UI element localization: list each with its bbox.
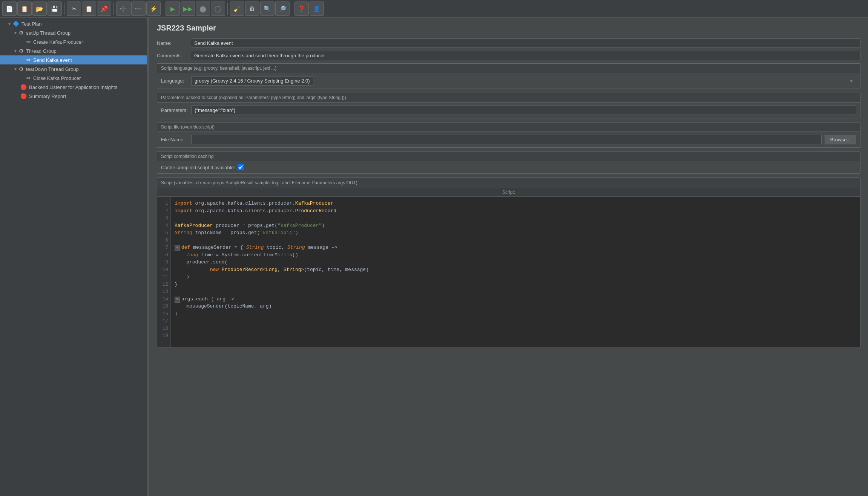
code-line-17 [175, 317, 856, 325]
script-file-header: Script file (overrides script) [157, 122, 860, 132]
separator-4 [227, 3, 228, 15]
sidebar-item-label: Send Kafka event [33, 57, 72, 63]
code-line-6 [175, 237, 856, 244]
code-line-14: ▼args.each { arg -> [175, 295, 856, 303]
code-line-4: KafkaProducer producer = props.get("kafk… [175, 222, 856, 230]
arrow-icon: ▼ [14, 67, 17, 71]
shutdown-button[interactable]: ◯ [211, 2, 225, 16]
search-results-button[interactable]: 🔎 [275, 2, 290, 16]
code-area: 1 2 3 4 5 6 7 8 9 10 11 12 13 14 15 16 1 [157, 197, 860, 348]
file-name-input[interactable] [191, 135, 822, 144]
line-num: 3 [159, 214, 168, 222]
code-content[interactable]: import org.apache.kafka.clients.producer… [171, 197, 860, 348]
code-line-7: ▼def messageSender = { String topic, Str… [175, 244, 856, 251]
sidebar-item-label: Create Kafka Producer [33, 39, 83, 45]
separator-5 [292, 3, 292, 15]
code-line-19 [175, 332, 856, 340]
setup-icon: ⚙ [19, 30, 24, 36]
name-input[interactable] [191, 38, 860, 48]
sidebar-item-test-plan[interactable]: ▼ 🔷 Test Plan [0, 19, 147, 28]
save-button[interactable]: 💾 [48, 2, 62, 16]
search-button[interactable]: 🔍 [260, 2, 275, 16]
teardown-icon: ⚙ [19, 66, 24, 72]
sampler-icon: ✏ [26, 57, 31, 63]
language-row: Language: groovy (Groovy 2.4.16 / Groovy… [161, 76, 856, 86]
file-name-label: File Name: [161, 137, 191, 142]
sidebar-item-label: Test Plan [21, 21, 41, 27]
line-num: 13 [159, 288, 168, 295]
line-num: 18 [159, 325, 168, 332]
line-numbers: 1 2 3 4 5 6 7 8 9 10 11 12 13 14 15 16 1 [157, 197, 171, 348]
stop-button[interactable]: ⬤ [196, 2, 210, 16]
line-num: 19 [159, 332, 168, 340]
cache-checkbox[interactable] [238, 164, 244, 170]
name-label: Name: [157, 40, 191, 46]
sidebar-item-thread-group[interactable]: ▼ ⚙ Thread Group [0, 46, 147, 55]
listener-icon: 🔴 [20, 93, 27, 99]
line-num: 15 [159, 303, 168, 310]
arrow-icon: ▼ [14, 49, 17, 53]
copy-button[interactable]: 📋 [82, 2, 96, 16]
sidebar-item-close-kafka-producer[interactable]: ✏ Close Kafka Producer [0, 73, 147, 83]
parameters-label: Parameters: [161, 107, 191, 113]
sidebar-item-send-kafka-event[interactable]: ✏ Send Kafka event [0, 55, 147, 64]
start-button[interactable]: ▶ [166, 2, 180, 16]
clear-all-button[interactable]: 🗑 [245, 2, 259, 16]
content-panel: JSR223 Sampler Name: Comments: Script la… [149, 18, 868, 496]
code-line-3 [175, 214, 856, 222]
parameters-input[interactable] [191, 106, 856, 115]
code-line-2: import org.apache.kafka.clients.producer… [175, 207, 856, 215]
sidebar-item-backend-listener[interactable]: 🔴 Backend Listener for Application Insig… [0, 83, 147, 92]
code-line-9: producer.send( [175, 259, 856, 266]
clear-button[interactable]: 🧹 [230, 2, 244, 16]
code-line-15: messageSender(topicName, arg) [175, 303, 856, 310]
parameters-section-header: Parameters passed to script (exposed as … [157, 93, 860, 103]
sidebar-item-label: Backend Listener for Application Insight… [29, 84, 117, 90]
panel-title: JSR223 Sampler [157, 24, 860, 32]
expand-button[interactable]: ➕ [116, 2, 130, 16]
start-no-pause-button[interactable]: ▶▶ [181, 2, 195, 16]
main-layout: ▼ 🔷 Test Plan ▼ ⚙ setUp Thread Group ✏ C… [0, 18, 868, 496]
toggle-button[interactable]: ⚡ [146, 2, 161, 16]
sampler-icon: ✏ [26, 39, 31, 45]
parameters-section: Parameters passed to script (exposed as … [157, 93, 860, 118]
collapse-button[interactable]: ➖ [131, 2, 146, 16]
code-line-16: } [175, 310, 856, 318]
script-section-header: Script (variables: ctx vars props Sample… [157, 178, 860, 188]
thread-icon: ⚙ [19, 48, 24, 54]
sidebar-item-setup-thread-group[interactable]: ▼ ⚙ setUp Thread Group [0, 28, 147, 37]
parameters-section-body: Parameters: [157, 103, 860, 118]
sidebar-item-create-kafka-producer[interactable]: ✏ Create Kafka Producer [0, 37, 147, 46]
line-num: 1 [159, 200, 168, 207]
cache-label: Cache compiled script if available: [161, 165, 235, 170]
comments-input[interactable] [191, 51, 860, 60]
line-num: 11 [159, 273, 168, 281]
remote-button[interactable]: 👤 [310, 2, 324, 16]
sidebar-item-teardown-thread-group[interactable]: ▼ ⚙ tearDown Thread Group [0, 64, 147, 73]
code-line-11: ) [175, 273, 856, 281]
sampler-icon: ✏ [26, 75, 31, 81]
sidebar-item-label: tearDown Thread Group [26, 66, 79, 72]
language-label: Language: [161, 78, 191, 84]
help-button[interactable]: ❓ [294, 2, 309, 16]
listener-icon: 🔴 [20, 84, 27, 90]
line-num: 9 [159, 259, 168, 266]
line-num: 4 [159, 222, 168, 230]
browse-button[interactable]: Browse... [825, 135, 856, 144]
line-num: 17 [159, 317, 168, 325]
cut-button[interactable]: ✂ [67, 2, 81, 16]
language-select[interactable]: groovy (Groovy 2.4.16 / Groovy Scripting… [191, 76, 313, 86]
open-templates-button[interactable]: 📋 [17, 2, 32, 16]
sidebar-item-summary-report[interactable]: 🔴 Summary Report [0, 92, 147, 101]
line-num: 10 [159, 266, 168, 274]
cache-row: Cache compiled script if available: [161, 164, 856, 170]
new-button[interactable]: 📄 [2, 2, 17, 16]
separator-2 [113, 3, 114, 15]
line-num: 12 [159, 281, 168, 288]
file-name-row: File Name: Browse... [161, 135, 856, 144]
sidebar-tree: ▼ 🔷 Test Plan ▼ ⚙ setUp Thread Group ✏ C… [0, 18, 147, 496]
open-button[interactable]: 📂 [32, 2, 47, 16]
paste-button[interactable]: 📌 [97, 2, 111, 16]
language-section: Script language (e.g. groovy, beanshell,… [157, 63, 860, 89]
test-plan-icon: 🔷 [13, 21, 19, 27]
